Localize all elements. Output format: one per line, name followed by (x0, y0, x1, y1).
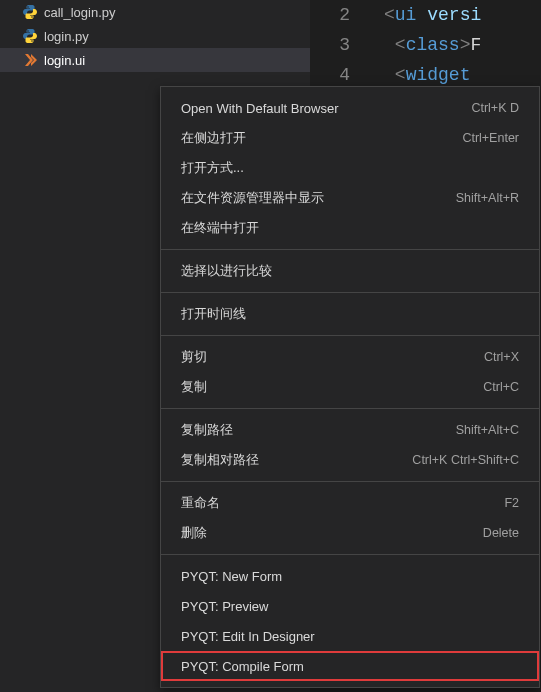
code-line: <ui versi (384, 0, 481, 30)
menu-separator (161, 554, 539, 555)
python-icon (22, 4, 38, 20)
menu-item[interactable]: 打开方式... (161, 153, 539, 183)
menu-item[interactable]: 在侧边打开Ctrl+Enter (161, 123, 539, 153)
menu-item-label: 打开方式... (181, 159, 244, 177)
menu-item[interactable]: 删除Delete (161, 518, 539, 548)
code-line: <class>F (384, 30, 481, 60)
ui-icon (22, 52, 38, 68)
menu-item-label: 在侧边打开 (181, 129, 246, 147)
menu-item[interactable]: 在终端中打开 (161, 213, 539, 243)
menu-item-label: PYQT: New Form (181, 569, 282, 584)
menu-item[interactable]: 剪切Ctrl+X (161, 342, 539, 372)
menu-item[interactable]: 重命名F2 (161, 488, 539, 518)
menu-item[interactable]: PYQT: Edit In Designer (161, 621, 539, 651)
menu-item-shortcut: Ctrl+X (484, 350, 519, 364)
file-item-call_login-py[interactable]: call_login.py (0, 0, 310, 24)
menu-item[interactable]: 复制相对路径Ctrl+K Ctrl+Shift+C (161, 445, 539, 475)
menu-separator (161, 481, 539, 482)
menu-item-label: 重命名 (181, 494, 220, 512)
menu-item-shortcut: Ctrl+K D (471, 101, 519, 115)
menu-item-shortcut: Ctrl+K Ctrl+Shift+C (412, 453, 519, 467)
editor-gutter: 234 (310, 0, 372, 90)
file-label: call_login.py (44, 5, 116, 20)
menu-item-label: 剪切 (181, 348, 207, 366)
menu-item[interactable]: 打开时间线 (161, 299, 539, 329)
menu-item-label: 复制相对路径 (181, 451, 259, 469)
menu-item-label: 打开时间线 (181, 305, 246, 323)
file-label: login.ui (44, 53, 85, 68)
menu-item[interactable]: 复制路径Shift+Alt+C (161, 415, 539, 445)
menu-item-shortcut: Ctrl+C (483, 380, 519, 394)
menu-item-label: 选择以进行比较 (181, 262, 272, 280)
menu-separator (161, 292, 539, 293)
menu-item-label: 复制路径 (181, 421, 233, 439)
editor-code: <ui versi <class>F <widget (384, 0, 481, 90)
menu-item-label: 复制 (181, 378, 207, 396)
menu-item-label: 删除 (181, 524, 207, 542)
file-item-login-py[interactable]: login.py (0, 24, 310, 48)
menu-item[interactable]: PYQT: Compile Form (161, 651, 539, 681)
menu-separator (161, 249, 539, 250)
menu-separator (161, 408, 539, 409)
menu-item-label: 在文件资源管理器中显示 (181, 189, 324, 207)
menu-item-shortcut: Shift+Alt+C (456, 423, 519, 437)
menu-item-label: PYQT: Compile Form (181, 659, 304, 674)
menu-item-label: PYQT: Preview (181, 599, 268, 614)
menu-item[interactable]: PYQT: New Form (161, 561, 539, 591)
context-menu[interactable]: Open With Default BrowserCtrl+K D在侧边打开Ct… (160, 86, 540, 688)
menu-item-shortcut: F2 (504, 496, 519, 510)
menu-item[interactable]: 在文件资源管理器中显示Shift+Alt+R (161, 183, 539, 213)
menu-item-shortcut: Ctrl+Enter (462, 131, 519, 145)
line-number: 2 (310, 0, 372, 30)
menu-item[interactable]: Open With Default BrowserCtrl+K D (161, 93, 539, 123)
file-label: login.py (44, 29, 89, 44)
menu-item[interactable]: 选择以进行比较 (161, 256, 539, 286)
menu-separator (161, 335, 539, 336)
file-tree: call_login.pylogin.pylogin.ui (0, 0, 310, 72)
menu-item-label: Open With Default Browser (181, 101, 339, 116)
menu-item[interactable]: 复制Ctrl+C (161, 372, 539, 402)
python-icon (22, 28, 38, 44)
menu-item[interactable]: PYQT: Preview (161, 591, 539, 621)
file-item-login-ui[interactable]: login.ui (0, 48, 310, 72)
menu-item-label: 在终端中打开 (181, 219, 259, 237)
line-number: 3 (310, 30, 372, 60)
app-root: call_login.pylogin.pylogin.ui 234 <ui ve… (0, 0, 541, 692)
menu-item-label: PYQT: Edit In Designer (181, 629, 315, 644)
menu-item-shortcut: Shift+Alt+R (456, 191, 519, 205)
menu-item-shortcut: Delete (483, 526, 519, 540)
